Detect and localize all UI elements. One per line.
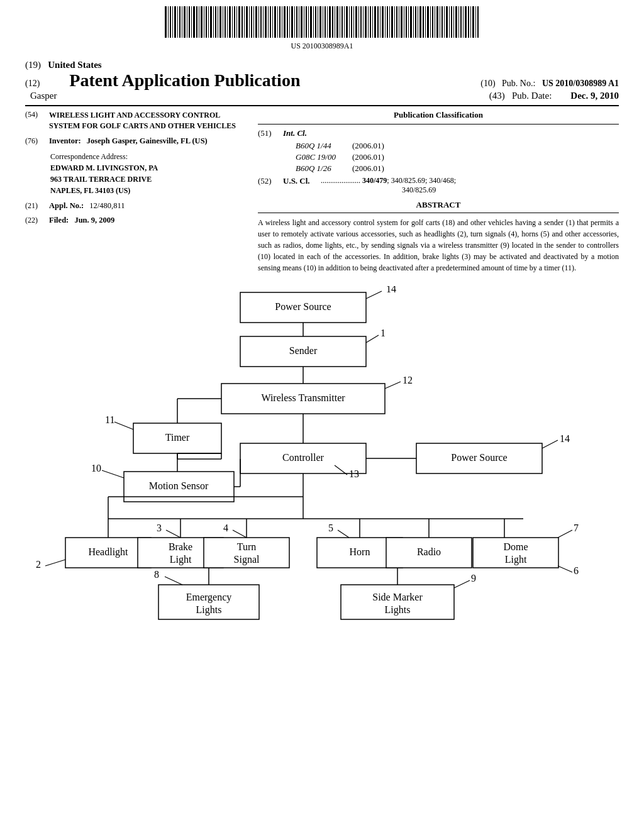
svg-rect-50 xyxy=(284,6,286,38)
svg-rect-95 xyxy=(391,6,393,38)
side-marker-label: Side Marker xyxy=(372,592,423,602)
svg-rect-67 xyxy=(325,6,326,38)
svg-rect-78 xyxy=(351,6,352,38)
svg-rect-3 xyxy=(172,6,173,38)
ref14-top: 14 xyxy=(386,286,396,294)
emergency-lights-label: Emergency xyxy=(186,592,232,603)
svg-rect-123 xyxy=(458,6,459,38)
svg-rect-12 xyxy=(193,6,195,38)
svg-rect-119 xyxy=(449,6,450,38)
ipc-entries: B60Q 1/44 (2006.01) G08C 19/00 (2006.01)… xyxy=(296,141,619,174)
svg-rect-111 xyxy=(430,6,431,38)
svg-rect-129 xyxy=(472,6,474,38)
inventor-name: Joseph Gasper, Gainesville, FL (US) xyxy=(87,136,208,145)
svg-rect-11 xyxy=(191,6,192,38)
svg-rect-17 xyxy=(206,6,207,38)
svg-rect-92 xyxy=(385,6,386,38)
svg-rect-45 xyxy=(272,6,273,38)
svg-rect-115 xyxy=(440,6,440,38)
svg-rect-9 xyxy=(187,6,187,38)
field-22: (22) Filed: Jun. 9, 2009 xyxy=(25,216,239,225)
svg-rect-128 xyxy=(470,6,471,38)
svg-rect-76 xyxy=(346,6,348,38)
turn-signal-label: Turn xyxy=(237,541,257,552)
svg-rect-79 xyxy=(353,6,354,38)
power-source-right-label: Power Source xyxy=(451,452,507,463)
svg-rect-8 xyxy=(184,6,186,38)
svg-rect-102 xyxy=(408,6,409,38)
ref5: 5 xyxy=(328,523,333,533)
svg-rect-47 xyxy=(277,6,278,38)
us-cl-num: (52) xyxy=(258,176,283,195)
svg-rect-24 xyxy=(223,6,223,38)
ipc-entry-1: G08C 19/00 (2006.01) xyxy=(296,152,619,162)
svg-rect-37 xyxy=(253,6,254,38)
svg-rect-108 xyxy=(423,6,424,38)
svg-rect-20 xyxy=(213,6,214,38)
brake-light-label: Brake xyxy=(169,541,192,552)
corr-addr1: 963 TRAIL TERRACE DRIVE xyxy=(50,174,239,185)
diagram-svg: Power Source 14 Sender 1 Wireless Transm… xyxy=(26,286,618,638)
svg-rect-84 xyxy=(365,6,367,38)
svg-rect-27 xyxy=(229,6,231,38)
field76-content: Inventor: Joseph Gasper, Gainesville, FL… xyxy=(49,136,239,146)
svg-line-182 xyxy=(454,580,470,588)
svg-rect-54 xyxy=(294,6,295,38)
svg-rect-66 xyxy=(323,6,323,38)
svg-line-152 xyxy=(542,440,558,448)
ref2: 2 xyxy=(36,559,41,570)
svg-rect-93 xyxy=(387,6,388,38)
svg-line-143 xyxy=(114,422,133,429)
svg-rect-116 xyxy=(441,6,443,38)
ref10: 10 xyxy=(91,463,101,473)
svg-rect-120 xyxy=(451,6,452,38)
prefix43: (43) xyxy=(489,91,505,101)
field76-label: Inventor: xyxy=(49,136,81,145)
correspondence-block: Correspondence Address: EDWARD M. LIVING… xyxy=(50,151,239,196)
svg-rect-63 xyxy=(315,6,316,38)
svg-rect-1 xyxy=(168,6,169,38)
svg-rect-59 xyxy=(306,6,307,38)
field21-num: (21) xyxy=(25,201,49,211)
field22-label: Filed: xyxy=(49,216,69,224)
ipc-code-2: B60Q 1/26 xyxy=(296,163,346,174)
svg-rect-114 xyxy=(436,6,438,38)
svg-rect-75 xyxy=(344,6,345,38)
field22-content: Filed: Jun. 9, 2009 xyxy=(49,216,239,225)
svg-rect-19 xyxy=(210,6,212,38)
field54-content: WIRELESS LIGHT AND ACCESSORY CONTROL SYS… xyxy=(49,110,239,131)
svg-rect-88 xyxy=(374,6,376,38)
field-76: (76) Inventor: Joseph Gasper, Gainesvill… xyxy=(25,136,239,146)
ref9: 9 xyxy=(471,573,476,584)
svg-rect-85 xyxy=(368,6,369,38)
svg-rect-118 xyxy=(446,6,448,38)
pub-date-label: Pub. Date: xyxy=(512,91,552,101)
svg-rect-32 xyxy=(242,6,243,38)
svg-rect-105 xyxy=(415,6,416,38)
gasper-line: Gasper (43) Pub. Date: Dec. 9, 2010 xyxy=(25,91,619,101)
svg-rect-56 xyxy=(299,6,299,38)
svg-rect-104 xyxy=(413,6,414,38)
svg-rect-91 xyxy=(382,6,384,38)
corr-name: EDWARD M. LIVINGSTON, PA xyxy=(50,162,239,174)
ref12: 12 xyxy=(402,375,413,385)
field76-num: (76) xyxy=(25,136,49,146)
svg-rect-90 xyxy=(380,6,380,38)
svg-rect-36 xyxy=(251,6,252,38)
corr-header: Correspondence Address: xyxy=(50,151,239,162)
svg-rect-55 xyxy=(296,6,297,38)
svg-rect-98 xyxy=(399,6,399,38)
field-21: (21) Appl. No.: 12/480,811 xyxy=(25,201,239,211)
svg-rect-22 xyxy=(218,6,218,38)
svg-rect-14 xyxy=(199,6,199,38)
svg-rect-18 xyxy=(208,6,209,38)
svg-rect-124 xyxy=(460,6,462,38)
svg-rect-71 xyxy=(335,6,335,38)
svg-rect-57 xyxy=(301,6,303,38)
svg-rect-41 xyxy=(263,6,264,38)
wireless-transmitter-label: Wireless Transmitter xyxy=(261,392,345,403)
dome-light-label2: Light xyxy=(505,554,527,565)
svg-rect-106 xyxy=(418,6,418,38)
abstract-text: A wireless light and accessory control s… xyxy=(258,217,619,274)
turn-signal-label2: Signal xyxy=(234,554,260,565)
